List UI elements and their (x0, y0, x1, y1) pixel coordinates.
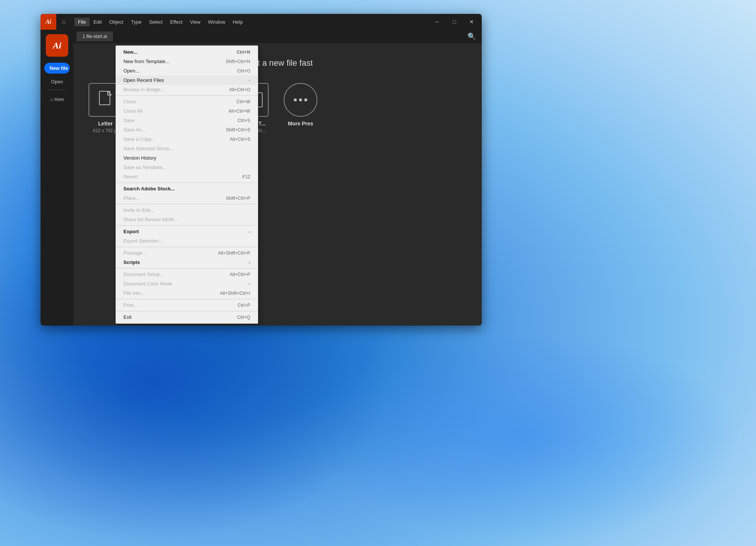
menu-item-label: Package... (123, 250, 146, 256)
menu-item-label: File Info... (123, 290, 145, 296)
menu-item-label: Open Recent Files (123, 77, 164, 83)
title-bar: Ai ⌂ File Edit Object Type Select Effect… (41, 14, 482, 30)
preset-letter-size: 612 x 792 pt (93, 128, 118, 133)
menu-item-label: Close All (123, 108, 143, 114)
menu-item-save-selected-slices---: Save Selected Slices... (116, 144, 258, 153)
menu-shortcut: Ctrl+Q (237, 315, 250, 320)
tab-bar: 1 file-start.ai 🔍 (74, 30, 482, 43)
menu-item-label: Document Setup... (123, 271, 164, 277)
menu-item-open-recent-files[interactable]: Open Recent Files› (116, 75, 258, 85)
menu-separator (116, 247, 258, 247)
menu-type[interactable]: Type (127, 18, 145, 26)
menu-item-close: CloseCtrl+W (116, 97, 258, 106)
search-bar[interactable]: 🔍 (467, 30, 476, 43)
menu-item-label: Scripts (123, 259, 140, 265)
menu-item-save-a-copy---: Save a Copy...Alt+Ctrl+S (116, 134, 258, 144)
preset-icon-more (284, 83, 317, 117)
open-button[interactable]: Open (44, 77, 70, 87)
menu-edit[interactable]: Edit (90, 18, 105, 26)
menu-item-scripts[interactable]: Scripts› (116, 258, 258, 267)
menu-item-export[interactable]: Export› (116, 227, 258, 236)
file-menu-dropdown[interactable]: New...Ctrl+NNew from Template...Shift+Ct… (116, 45, 258, 324)
menu-shortcut: Alt+Shift+Ctrl+I (220, 291, 250, 296)
menu-window[interactable]: Window (204, 18, 229, 26)
menu-shortcut: Ctrl+N (237, 50, 250, 55)
preset-more[interactable]: More Pres (284, 83, 317, 133)
sidebar-divider (47, 90, 67, 90)
menu-item-save-as-template---: Save as Template... (116, 163, 258, 172)
menu-separator (116, 204, 258, 204)
menu-item-label: Revert (123, 174, 138, 179)
recent-file-tab[interactable]: 1 file-start.ai (77, 32, 113, 41)
close-button[interactable]: ✕ (463, 16, 480, 27)
menu-item-label: Save As... (123, 127, 146, 133)
menu-separator (116, 299, 258, 299)
menu-separator (116, 225, 258, 226)
menu-item-invite-to-edit---: Invite to Edit... (116, 205, 258, 215)
sidebar-ai-logo: Ai (46, 34, 68, 57)
menu-item-label: New from Template... (123, 59, 170, 64)
app-window: Ai ⌂ File Edit Object Type Select Effect… (41, 14, 482, 326)
menu-item-label: New... (123, 49, 137, 55)
menu-help[interactable]: Help (229, 18, 246, 26)
svg-point-11 (299, 98, 302, 101)
submenu-arrow-icon: › (249, 260, 250, 265)
menu-item-exit[interactable]: ExitCtrl+Q (116, 312, 258, 322)
sidebar-home-button[interactable]: ⌂ Hom (47, 95, 67, 104)
menu-separator (116, 95, 258, 96)
menu-shortcut: Ctrl+P (237, 303, 250, 308)
minimize-button[interactable]: ─ (428, 16, 446, 27)
menu-item-label: Export (123, 229, 139, 234)
menu-item-label: Export Selection... (123, 238, 163, 244)
menu-file[interactable]: File (74, 18, 90, 26)
menu-shortcut: F12 (242, 174, 250, 179)
menu-item-label: Close (123, 99, 136, 104)
menu-separator (116, 311, 258, 311)
menu-item-document-color-mode: Document Color Mode› (116, 279, 258, 288)
menu-item-print---: Print...Ctrl+P (116, 300, 258, 310)
restore-button[interactable]: □ (446, 16, 463, 27)
menu-item-label: Place... (123, 195, 140, 201)
menu-item-file-info---: File Info...Alt+Shift+Ctrl+I (116, 288, 258, 298)
svg-point-12 (304, 98, 307, 101)
home-icon-titlebar[interactable]: ⌂ (56, 14, 71, 30)
menu-item-export-selection---: Export Selection... (116, 236, 258, 246)
new-file-button[interactable]: New file (44, 63, 70, 74)
menu-item-search-adobe-stock---[interactable]: Search Adobe Stock... (116, 184, 258, 193)
menu-item-package---: Package...Alt+Shift+Ctrl+P (116, 248, 258, 258)
menu-view[interactable]: View (186, 18, 204, 26)
submenu-arrow-icon: › (249, 229, 250, 234)
menu-separator (116, 183, 258, 183)
menu-item-label: Save (123, 118, 135, 123)
menu-item-browse-in-bridge---: Browse in Bridge...Alt+Ctrl+O (116, 85, 258, 94)
menu-bar: File Edit Object Type Select Effect View… (71, 18, 428, 26)
menu-item-share-for-review-new---: Share for Review NEW... (116, 215, 258, 224)
sidebar: Ai New file Open ⌂ Hom (41, 30, 74, 326)
menu-item-save-as---: Save As...Shift+Ctrl+S (116, 125, 258, 134)
menu-item-new-from-template---[interactable]: New from Template...Shift+Ctrl+N (116, 57, 258, 66)
preset-letter-name: Letter (98, 121, 113, 127)
sidebar-ai-text: Ai (53, 41, 62, 51)
preset-more-name: More Pres (288, 121, 313, 127)
menu-item-open---[interactable]: Open...Ctrl+O (116, 66, 258, 75)
menu-item-revert: RevertF12 (116, 172, 258, 181)
menu-item-label: Open... (123, 68, 140, 74)
menu-shortcut: Alt+Ctrl+O (229, 87, 250, 92)
menu-item-new---[interactable]: New...Ctrl+N (116, 47, 258, 57)
app-icon: Ai (41, 14, 56, 30)
menu-item-save: SaveCtrl+S (116, 116, 258, 125)
menu-shortcut: Shift+Ctrl+P (226, 196, 250, 201)
menu-select[interactable]: Select (145, 18, 166, 26)
window-controls: ─ □ ✕ (428, 16, 480, 27)
submenu-arrow-icon: › (249, 282, 250, 286)
menu-shortcut: Ctrl+W (236, 99, 250, 104)
menu-shortcut: Alt+Ctrl+S (230, 137, 250, 142)
app-body: Ai New file Open ⌂ Hom 1 file-start.ai 🔍 (41, 30, 482, 326)
menu-shortcut: Shift+Ctrl+S (226, 127, 250, 133)
menu-effect[interactable]: Effect (166, 18, 186, 26)
menu-item-version-history[interactable]: Version History (116, 153, 258, 163)
submenu-arrow-icon: › (249, 78, 250, 83)
menu-object[interactable]: Object (105, 18, 127, 26)
menu-item-document-setup---: Document Setup...Alt+Ctrl+P (116, 270, 258, 279)
home-icon: ⌂ (50, 97, 53, 102)
